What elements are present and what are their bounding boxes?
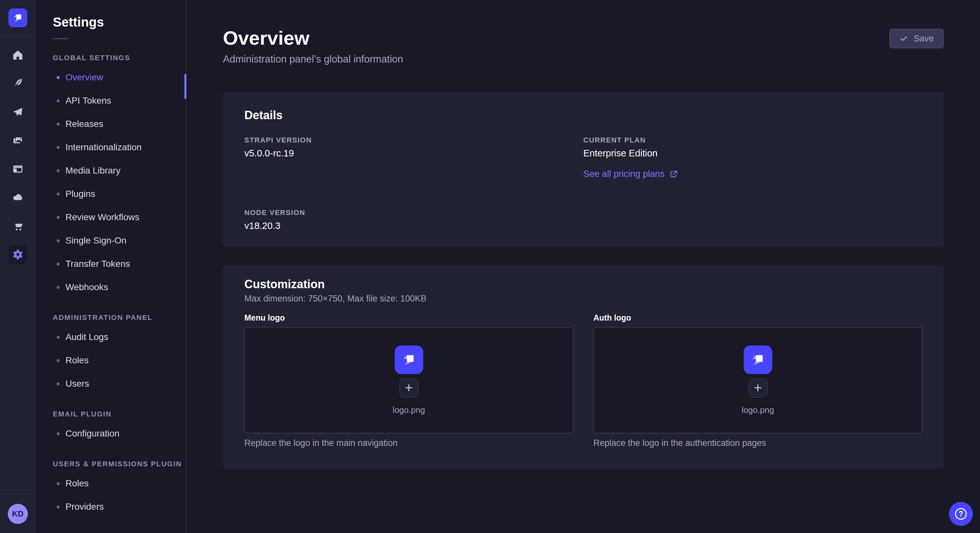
- settings-nav-item-providers[interactable]: Providers: [53, 495, 186, 519]
- rail-divider-bottom: [0, 493, 35, 494]
- subnav-title: Settings: [53, 14, 186, 30]
- nav-content-type-builder-button[interactable]: [0, 155, 36, 183]
- field-current-plan: CURRENT PLAN Enterprise Edition See all …: [583, 136, 922, 179]
- bullet-icon: [57, 359, 60, 362]
- menu-logo-dropzone[interactable]: + logo.png: [244, 327, 573, 433]
- bullet-icon: [57, 506, 60, 508]
- settings-nav-item-media-library[interactable]: Media Library: [53, 159, 186, 182]
- auth-logo-add-button[interactable]: +: [749, 379, 767, 397]
- nav-marketplace-button[interactable]: [0, 212, 36, 240]
- gear-icon: [11, 248, 24, 261]
- field-label: STRAPI VERSION: [244, 136, 583, 144]
- field-label: CURRENT PLAN: [583, 136, 922, 144]
- plus-icon: +: [754, 381, 762, 395]
- field-node-version: NODE VERSION v18.20.3: [244, 209, 583, 231]
- save-button-label: Save: [913, 34, 934, 44]
- page-subtitle: Administration panel’s global informatio…: [223, 53, 944, 65]
- auth-logo-filename: logo.png: [742, 405, 774, 415]
- plus-icon: +: [405, 381, 413, 395]
- main-content: Overview Administration panel’s global i…: [187, 0, 980, 533]
- strapi-logo-icon: [401, 351, 417, 368]
- feather-icon: [11, 77, 24, 90]
- nav-media-library-button[interactable]: [0, 126, 36, 155]
- settings-nav-item-overview[interactable]: Overview: [53, 66, 186, 89]
- subnav-title-rule: [53, 38, 68, 39]
- bullet-icon: [57, 432, 60, 435]
- external-link-icon: [669, 169, 678, 178]
- auth-logo-dropzone[interactable]: + logo.png: [593, 327, 922, 433]
- bullet-icon: [57, 482, 60, 485]
- help-button[interactable]: ?: [949, 502, 973, 526]
- bullet-icon: [57, 76, 60, 79]
- layout-window-icon: [11, 163, 24, 176]
- nav-home-button[interactable]: [0, 41, 36, 69]
- home-icon: [11, 49, 24, 62]
- page-title: Overview: [223, 28, 944, 49]
- save-button[interactable]: Save: [889, 29, 944, 48]
- nav-section-label: GLOBAL SETTINGS: [53, 54, 186, 62]
- bullet-icon: [57, 263, 60, 265]
- settings-nav-item-review-workflows[interactable]: Review Workflows: [53, 206, 186, 229]
- details-heading: Details: [244, 108, 922, 122]
- nav-releases-button[interactable]: [0, 98, 36, 126]
- strapi-logo-icon: [12, 12, 24, 24]
- nav-settings-button[interactable]: [0, 240, 36, 269]
- settings-nav-item-admin-roles[interactable]: Roles: [53, 349, 186, 372]
- auth-logo-label: Auth logo: [593, 313, 922, 322]
- settings-nav-item-transfer-tokens[interactable]: Transfer Tokens: [53, 252, 186, 276]
- cloud-icon: [11, 191, 24, 204]
- nav-section-users-permissions-plugin: USERS & PERMISSIONS PLUGIN Roles Provide…: [53, 460, 186, 519]
- strapi-logo[interactable]: [8, 8, 27, 27]
- user-avatar[interactable]: KD: [8, 504, 28, 524]
- shopping-cart-icon: [11, 219, 24, 233]
- auth-logo-hint: Replace the logo in the authentication p…: [593, 438, 922, 448]
- customization-subtitle: Max dimension: 750×750, Max file size: 1…: [244, 293, 922, 304]
- menu-logo-hint: Replace the logo in the main navigation: [244, 438, 573, 448]
- rail-divider-top: [0, 36, 35, 36]
- nav-content-manager-button[interactable]: [0, 69, 36, 98]
- settings-nav-item-plugins[interactable]: Plugins: [53, 182, 186, 206]
- bullet-icon: [57, 286, 60, 289]
- nav-cloud-button[interactable]: [0, 183, 36, 212]
- bullet-icon: [57, 239, 60, 242]
- settings-nav-item-audit-logs[interactable]: Audit Logs: [53, 325, 186, 349]
- bullet-icon: [57, 382, 60, 385]
- menu-logo-preview: [395, 346, 423, 374]
- field-value: v5.0.0-rc.19: [244, 148, 583, 159]
- settings-nav-item-up-roles[interactable]: Roles: [53, 472, 186, 495]
- settings-nav-item-api-tokens[interactable]: API Tokens: [53, 89, 186, 113]
- field-strapi-version: STRAPI VERSION v5.0.0-rc.19: [244, 136, 583, 179]
- auth-logo-preview: [744, 346, 772, 374]
- settings-active-tile: [8, 245, 27, 264]
- customization-card: Customization Max dimension: 750×750, Ma…: [223, 265, 944, 469]
- menu-logo-filename: logo.png: [393, 405, 425, 415]
- details-card: Details STRAPI VERSION v5.0.0-rc.19 CURR…: [223, 92, 944, 247]
- field-value: Enterprise Edition: [583, 148, 922, 159]
- settings-nav-item-releases[interactable]: Releases: [53, 113, 186, 136]
- settings-nav-item-webhooks[interactable]: Webhooks: [53, 276, 186, 299]
- pricing-plans-link-label: See all pricing plans: [583, 168, 665, 179]
- nav-section-email-plugin: EMAIL PLUGIN Configuration: [53, 409, 186, 445]
- settings-subnav: Settings GLOBAL SETTINGS Overview API To…: [36, 0, 187, 533]
- images-icon: [11, 134, 24, 147]
- settings-nav-item-email-configuration[interactable]: Configuration: [53, 422, 186, 445]
- settings-nav-item-users[interactable]: Users: [53, 372, 186, 395]
- bullet-icon: [57, 169, 60, 172]
- bullet-icon: [57, 123, 60, 125]
- field-label: NODE VERSION: [244, 209, 583, 217]
- bullet-icon: [57, 99, 60, 102]
- paper-plane-icon: [11, 106, 24, 119]
- bullet-icon: [57, 216, 60, 219]
- check-icon: [899, 34, 908, 43]
- customization-heading: Customization: [244, 277, 922, 292]
- bullet-icon: [57, 193, 60, 195]
- strapi-logo-icon: [749, 351, 767, 368]
- nav-section-label: ADMINISTRATION PANEL: [53, 313, 186, 322]
- menu-logo-add-button[interactable]: +: [399, 379, 418, 397]
- pricing-plans-link[interactable]: See all pricing plans: [583, 168, 678, 179]
- settings-nav-item-single-sign-on[interactable]: Single Sign-On: [53, 229, 186, 252]
- subnav-scrollbar-thumb[interactable]: [185, 74, 186, 99]
- settings-nav-item-internationalization[interactable]: Internationalization: [53, 136, 186, 159]
- nav-section-label: EMAIL PLUGIN: [53, 409, 186, 419]
- field-value: v18.20.3: [244, 220, 583, 231]
